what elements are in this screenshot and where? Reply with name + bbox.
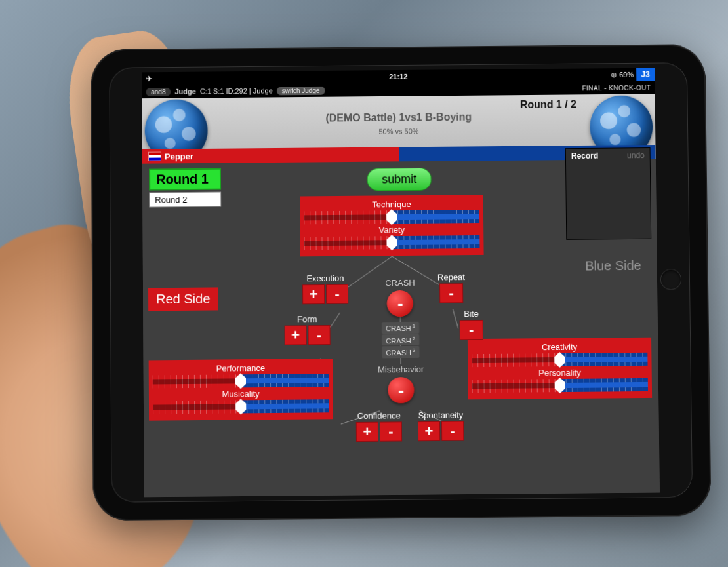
undo-button[interactable]: undo [627,151,645,160]
slider-creativity-personality[interactable]: Creativity Personality [468,338,652,400]
spontaneity-minus[interactable]: - [441,421,464,441]
spontaneity-plus[interactable]: + [418,421,440,441]
slider-technique-variety[interactable]: Technique Variety [300,195,484,256]
pm-execution-label: Execution [299,273,352,284]
record-title: Record [571,151,598,161]
slider-personality-row[interactable] [472,378,648,393]
round-tabs: Round 1 Round 2 [149,168,221,210]
pm-confidence-label: Confidence [353,410,405,421]
blue-side-label: Blue Side [577,254,649,278]
tab-round-2[interactable]: Round 2 [149,192,221,208]
crash-button[interactable]: - [387,290,413,317]
judging-canvas: Round 1 Round 2 submit Record undo Red S… [142,159,660,497]
split-red [241,147,399,163]
battle-title: (DEMO Battle) 1vs1 B-Boying [142,94,656,126]
bite-minus[interactable]: - [460,320,483,340]
misbehavior-section: Misbehavior - [378,364,424,404]
slider-creativity-row[interactable] [472,353,647,367]
crash-label: CRASH [381,278,418,288]
criteria-performance: Performance [153,362,329,374]
slider-performance-row[interactable] [153,374,329,388]
role-label: Judge [175,88,196,96]
criteria-personality: Personality [472,367,647,378]
tablet-frame: 21:12 ⊕ 69% J3 and8 Judge C:1 S:1 ID:292… [91,44,711,521]
pm-repeat-label: Repeat [432,272,471,283]
execution-plus[interactable]: + [302,284,325,304]
pm-execution: Execution + - [299,273,352,305]
status-time: 21:12 [389,73,407,81]
tablet-home-button[interactable] [660,269,681,290]
submit-button[interactable]: submit [367,168,432,191]
red-side-label: Red Side [148,287,218,311]
round-info: Round 1 / 2 [520,98,576,111]
screen: 21:12 ⊕ 69% J3 and8 Judge C:1 S:1 ID:292… [142,68,660,498]
pm-bite-label: Bite [451,309,491,319]
tablet-bezel: 21:12 ⊕ 69% J3 and8 Judge C:1 S:1 ID:292… [109,62,693,503]
slider-variety-row[interactable] [304,235,479,250]
execution-minus[interactable]: - [326,284,348,304]
pm-spontaneity: Spontaneity + - [415,410,468,441]
stage-label: FINAL - KNOCK-OUT [582,84,651,92]
slider-technique-row[interactable] [304,210,479,224]
slider-performance-musicality[interactable]: Performance Musicality [149,359,333,421]
record-panel: Record undo [565,147,651,240]
pm-form: Form + - [281,314,333,345]
pm-form-label: Form [281,314,333,324]
form-plus[interactable]: + [284,325,306,345]
score-ratio: 50% vs 50% [142,125,656,138]
context-label: C:1 S:1 ID:292 | Judge [200,87,273,96]
slider-musicality-row[interactable] [153,399,329,414]
pm-spontaneity-label: Spontaneity [415,410,467,420]
competitor-red-name: Pepper [165,151,193,161]
flag-icon [149,153,161,161]
criteria-variety: Variety [304,224,479,235]
misbehavior-label: Misbehavior [378,364,424,375]
battery-percent: 69% [619,71,634,79]
split-blue [399,146,557,161]
crash-item-2[interactable]: CRASH2 [382,334,419,345]
criteria-creativity: Creativity [472,342,647,353]
judge-badge: J3 [636,68,655,81]
competitor-red: Pepper [142,149,241,164]
switch-judge-button[interactable]: switch Judge [277,86,325,95]
pm-bite: Bite - [451,309,491,340]
pm-repeat: Repeat - [432,272,471,303]
repeat-minus[interactable]: - [439,283,463,303]
form-minus[interactable]: - [308,325,330,345]
crash-list: CRASH1 CRASH2 CRASH3 [382,322,419,359]
criteria-musicality: Musicality [153,388,329,399]
pm-confidence: Confidence + - [353,410,406,442]
criteria-technique: Technique [304,199,479,210]
tab-round-1[interactable]: Round 1 [149,168,221,191]
brand-pill: and8 [146,87,171,96]
confidence-minus[interactable]: - [380,421,402,441]
crash-item-1[interactable]: CRASH1 [382,322,419,334]
crash-item-3[interactable]: CRASH3 [382,346,419,358]
crash-section: CRASH - CRASH1 CRASH2 CRASH3 [381,278,419,359]
misbehavior-button[interactable]: - [388,377,414,403]
confidence-plus[interactable]: + [356,422,378,442]
airplane-icon [146,74,152,83]
